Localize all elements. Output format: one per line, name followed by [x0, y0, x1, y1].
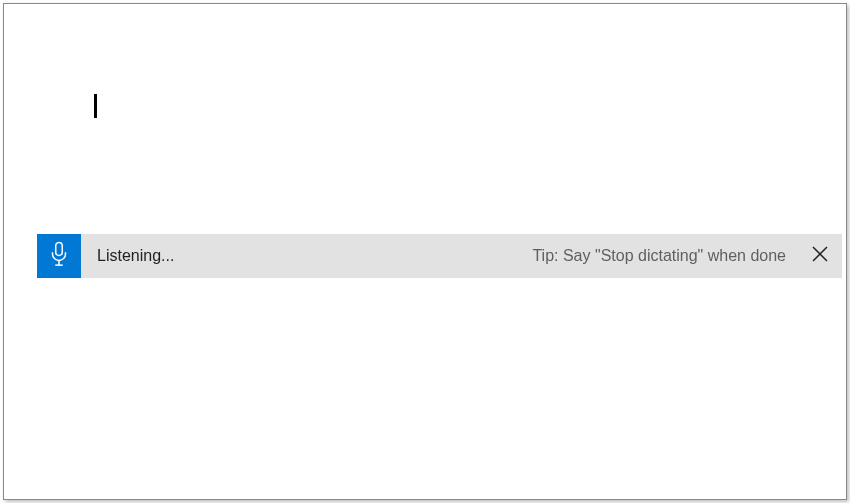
microphone-icon [49, 241, 69, 271]
window-frame: Listening... Tip: Say "Stop dictating" w… [3, 3, 847, 500]
microphone-button[interactable] [37, 234, 81, 278]
svg-rect-0 [56, 242, 63, 255]
dictation-status: Listening... [97, 247, 174, 265]
close-icon [812, 246, 828, 266]
dictation-tip: Tip: Say "Stop dictating" when done [532, 247, 786, 265]
text-cursor [94, 94, 97, 118]
close-button[interactable] [798, 234, 842, 278]
dictation-bar: Listening... Tip: Say "Stop dictating" w… [37, 234, 842, 278]
